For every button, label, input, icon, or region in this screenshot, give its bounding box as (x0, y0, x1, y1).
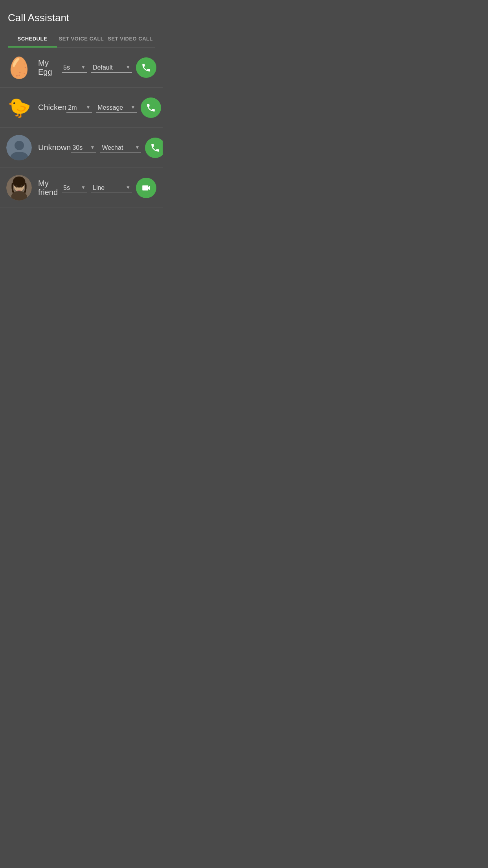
contact-list: 🥚 My Egg 5s 10s 30s 1m 2m 5m ▼ (0, 48, 163, 208)
dropdown-container-unknown: 5s 10s 30s 1m 2m 5m ▼ Default Message We… (71, 143, 141, 153)
voice-call-button-chicken[interactable] (141, 97, 161, 118)
contact-name-chicken: Chicken (38, 103, 66, 112)
app-dropdown-wrapper-my-egg: Default Message Wechat Line WhatsApp ▼ (91, 63, 132, 73)
contact-name-unknown: Unknown (38, 143, 71, 152)
time-select-unknown[interactable]: 5s 10s 30s 1m 2m 5m (71, 143, 96, 153)
chicken-icon: 🐤 (7, 98, 31, 117)
contact-name-my-friend: My friend (38, 179, 62, 197)
contact-row-unknown: Unknown 5s 10s 30s 1m 2m 5m ▼ Default (0, 128, 163, 168)
phone-icon-chicken (146, 103, 156, 113)
dropdown-container-my-egg: 5s 10s 30s 1m 2m 5m ▼ Default Message We… (62, 63, 132, 73)
app-select-chicken[interactable]: Default Message Wechat Line WhatsApp (96, 103, 137, 112)
time-dropdown-wrapper-my-friend: 5s 10s 30s 1m 2m 5m ▼ (62, 183, 87, 193)
avatar-my-friend (6, 175, 32, 200)
app-title: Call Assistant (8, 8, 155, 30)
contact-row-my-egg: 🥚 My Egg 5s 10s 30s 1m 2m 5m ▼ (0, 48, 163, 88)
friend-avatar-icon (6, 175, 32, 200)
app-dropdown-wrapper-chicken: Default Message Wechat Line WhatsApp ▼ (96, 103, 137, 113)
app-dropdown-wrapper-unknown: Default Message Wechat Line WhatsApp ▼ (100, 143, 141, 153)
avatar-my-egg: 🥚 (6, 55, 32, 80)
video-icon-my-friend (141, 183, 151, 193)
dropdown-container-my-friend: 5s 10s 30s 1m 2m 5m ▼ Default Message We… (62, 183, 132, 193)
time-select-my-friend[interactable]: 5s 10s 30s 1m 2m 5m (62, 183, 87, 193)
header: Call Assistant SCHEDULE SET VOICE CALL S… (0, 0, 163, 48)
avatar-unknown (6, 135, 32, 160)
svg-point-6 (21, 185, 23, 188)
video-call-button-my-friend[interactable] (136, 178, 156, 198)
tab-set-voice-call[interactable]: SET VOICE CALL (57, 30, 106, 47)
svg-point-4 (13, 177, 26, 188)
time-dropdown-wrapper-chicken: 5s 10s 30s 1m 2m 5m ▼ (66, 103, 92, 113)
dropdown-container-chicken: 5s 10s 30s 1m 2m 5m ▼ Default Message We… (66, 103, 137, 113)
voice-call-button-unknown[interactable] (145, 138, 163, 158)
app-dropdown-wrapper-my-friend: Default Message Wechat Line WhatsApp ▼ (91, 183, 132, 193)
tabs: SCHEDULE SET VOICE CALL SET VIDEO CALL (8, 30, 155, 48)
egg-icon: 🥚 (6, 57, 32, 78)
svg-point-0 (15, 141, 24, 150)
app-select-unknown[interactable]: Default Message Wechat Line WhatsApp (100, 143, 141, 153)
avatar-chicken: 🐤 (6, 95, 32, 120)
tab-set-video-call[interactable]: SET VIDEO CALL (106, 30, 155, 47)
contact-row-my-friend: My friend 5s 10s 30s 1m 2m 5m ▼ Default (0, 168, 163, 208)
friend-photo (6, 175, 32, 200)
unknown-silhouette (6, 135, 32, 160)
tab-schedule[interactable]: SCHEDULE (8, 30, 57, 47)
time-dropdown-wrapper-my-egg: 5s 10s 30s 1m 2m 5m ▼ (62, 63, 87, 73)
voice-call-button-my-egg[interactable] (136, 57, 156, 78)
contact-name-my-egg: My Egg (38, 59, 62, 77)
phone-icon-my-egg (141, 63, 151, 73)
contact-row-chicken: 🐤 Chicken 5s 10s 30s 1m 2m 5m ▼ (0, 88, 163, 128)
phone-icon-unknown (150, 143, 160, 153)
svg-point-5 (16, 185, 18, 188)
time-select-chicken[interactable]: 5s 10s 30s 1m 2m 5m (66, 103, 92, 112)
app-select-my-friend[interactable]: Default Message Wechat Line WhatsApp (91, 183, 132, 193)
person-silhouette-icon (10, 139, 29, 160)
app-container: Call Assistant SCHEDULE SET VOICE CALL S… (0, 0, 163, 289)
app-select-my-egg[interactable]: Default Message Wechat Line WhatsApp (91, 63, 132, 72)
time-dropdown-wrapper-unknown: 5s 10s 30s 1m 2m 5m ▼ (71, 143, 96, 153)
time-select-my-egg[interactable]: 5s 10s 30s 1m 2m 5m (62, 63, 87, 72)
